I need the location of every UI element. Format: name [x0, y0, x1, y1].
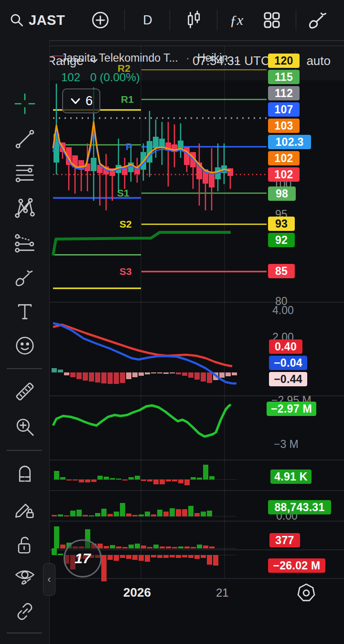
volume-bar: [194, 555, 200, 559]
volume-bar: [132, 555, 138, 560]
eye-brush-icon: [14, 565, 36, 587]
price-scale-label: −2.97 M: [267, 402, 316, 416]
objects-count-badge[interactable]: 17: [64, 539, 102, 578]
time-axis-day[interactable]: 21: [216, 586, 229, 600]
volume-bar: [126, 513, 131, 516]
volume-bar: [85, 480, 90, 482]
pivot-label-p: P: [126, 141, 132, 153]
unlock-tool[interactable]: [14, 534, 36, 556]
osc-histogram-bar: [114, 372, 119, 384]
osc-histogram-bar: [83, 372, 88, 381]
volume-bar: [141, 546, 146, 548]
link-icon: [14, 600, 36, 622]
volume-bar: [184, 546, 190, 548]
osc-histogram-bar: [58, 370, 63, 372]
volume-bar: [145, 555, 150, 562]
volume-bar: [170, 555, 175, 557]
price-scale-label: 115: [268, 70, 300, 84]
volume-bar: [201, 555, 206, 558]
collapse-sidebar-handle[interactable]: ‹: [43, 563, 55, 596]
osc-histogram-bar: [76, 372, 82, 379]
text-icon: [14, 301, 36, 323]
legend-collapse-button[interactable]: 6: [62, 88, 100, 113]
last-price: 102: [61, 71, 80, 84]
emoji-tool[interactable]: [14, 335, 36, 357]
volume-bar: [70, 511, 75, 516]
axis-tick: 4.00: [272, 304, 294, 317]
chart-settings-button[interactable]: [296, 582, 316, 602]
pencil-lock-icon: [14, 498, 36, 520]
candle-body: [153, 137, 159, 148]
brush-tool[interactable]: [14, 267, 36, 289]
volume-bar: [182, 509, 187, 516]
chevron-down-icon: [70, 95, 81, 107]
text-tool[interactable]: [14, 301, 36, 323]
volume-bar: [114, 512, 119, 516]
volume-bar: [139, 555, 144, 561]
volume-bar: [188, 506, 194, 516]
quote-row: 102 0 (0.00%): [61, 71, 140, 84]
price-scale-label: −0.04: [269, 356, 307, 370]
volume-bar: [163, 512, 169, 516]
volume-bar: [79, 480, 84, 482]
price-scale-label: −26.02 M: [268, 558, 325, 573]
volume-bar: [145, 512, 150, 516]
volume-bar: [97, 476, 103, 480]
indicator-count: 6: [86, 94, 93, 109]
crosshair-tool[interactable]: [14, 93, 36, 115]
axis-tick: −3 M: [274, 438, 299, 451]
price-scale-label: 85: [268, 264, 295, 278]
volume-bar: [153, 480, 159, 484]
magnet-tool[interactable]: [14, 462, 36, 484]
drawing-toolbar: [0, 40, 50, 644]
price-change: 0 (0.00%): [90, 71, 140, 84]
zoom-in-tool[interactable]: [14, 416, 36, 438]
toolbar-divider: [7, 368, 42, 369]
osc-histogram-bar: [170, 372, 175, 373]
pivot-label-r1: R1: [121, 94, 134, 105]
eye-brush-tool[interactable]: [14, 565, 36, 587]
toolbar-divider: [7, 633, 42, 633]
price-scale-label: 98: [268, 186, 296, 201]
link-tool[interactable]: [14, 600, 36, 622]
time-axis-year[interactable]: 2026: [123, 585, 151, 600]
price-scale-label: 0.40: [269, 339, 302, 354]
forecast-tool[interactable]: [14, 232, 36, 254]
volume-bar: [91, 480, 97, 482]
ruler-tool[interactable]: [14, 382, 36, 404]
horizontal-lines-tool[interactable]: [14, 162, 36, 184]
osc-histogram-bar: [182, 372, 187, 376]
osc-histogram-bar: [101, 372, 107, 383]
osc-histogram-bar: [226, 372, 231, 376]
volume-bar: [52, 548, 57, 555]
volume-bar: [201, 512, 206, 516]
volume-bar: [129, 477, 134, 480]
volume-bar: [213, 555, 218, 566]
price-scale-label: −0.44: [269, 372, 307, 386]
volume-bar: [163, 555, 169, 558]
chevron-left-icon: ‹: [47, 573, 51, 586]
volume-bar: [207, 511, 212, 516]
volume-bar: [188, 555, 194, 558]
osc-histogram-bar: [126, 372, 131, 379]
osc-histogram-bar: [139, 372, 144, 376]
osc-histogram-bar: [151, 372, 156, 373]
volume-bar: [120, 503, 125, 516]
osc-histogram-bar: [64, 372, 69, 375]
symbol-title: Jasnita Telekomindo T...: [61, 52, 178, 64]
chart-legend[interactable]: Jasnita Telekomindo T... · Heikin ...: [61, 52, 240, 65]
trend-line-tool[interactable]: [14, 128, 36, 150]
volume-bar: [191, 477, 196, 480]
toolbar-divider: [7, 450, 42, 451]
settings-hex-icon: [296, 582, 316, 602]
price-scale-label: 4.91 K: [270, 469, 312, 484]
zoom-in-icon: [14, 416, 36, 438]
volume-bar: [101, 509, 107, 516]
osc-histogram-bar: [108, 372, 113, 384]
volume-bar: [151, 514, 156, 516]
xabcd-pattern-tool[interactable]: [14, 197, 36, 219]
osc-histogram-bar: [194, 372, 200, 380]
candle-body: [159, 139, 165, 147]
volume-bar: [104, 477, 109, 480]
pencil-lock-tool[interactable]: [14, 498, 36, 520]
